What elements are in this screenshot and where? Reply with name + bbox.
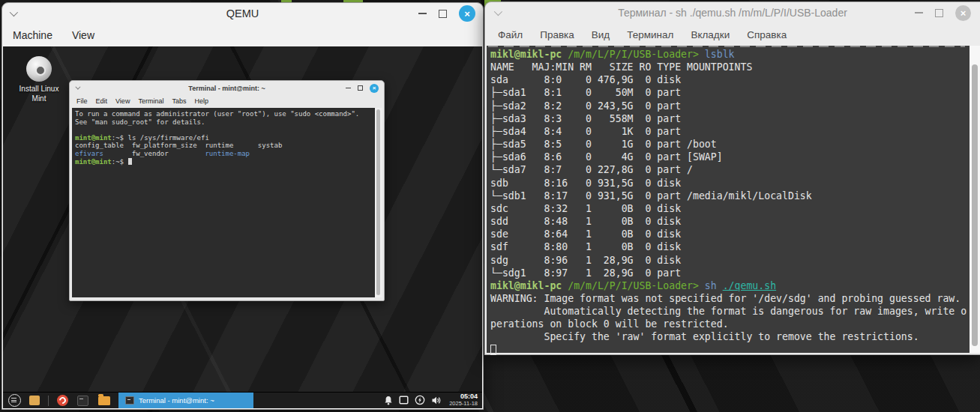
scrollbar[interactable] — [375, 108, 382, 297]
volume-icon[interactable] — [431, 396, 442, 405]
menu-view[interactable]: View — [72, 29, 94, 41]
host-desktop: QEMU × Machine View Install Linux Mint — [0, 0, 980, 412]
menu-file[interactable]: Файл — [498, 29, 523, 40]
scrollbar-thumb[interactable] — [972, 64, 978, 346]
menu-help[interactable]: Help — [194, 97, 208, 105]
minimize-button[interactable] — [915, 12, 923, 13]
terminal-blank-line — [75, 126, 373, 134]
guest-terminal-output[interactable]: To run a command as administrator (user … — [72, 108, 382, 297]
date: 2025-11-18 — [449, 401, 478, 407]
terminal-line: config_table fw_platform_size runtime sy… — [75, 142, 373, 150]
terminal-line: To run a command as administrator (user … — [75, 110, 373, 126]
lsblk-output: NAME MAJ:MIN RM SIZE RO TYPE MOUNTPOINTS… — [490, 61, 968, 279]
host-terminal-output[interactable]: mikl@mikl-pc /m/m/L/P/I/USB-Loader> lsbl… — [487, 46, 980, 353]
clipped-line-artifact — [488, 46, 965, 47]
window-title: Terminal - mint@mint: ~ — [70, 85, 384, 92]
menu-help[interactable]: Справка — [747, 29, 787, 40]
maximize-button[interactable] — [358, 85, 363, 91]
scrollbar-thumb[interactable] — [376, 109, 380, 295]
bell-icon[interactable] — [384, 396, 393, 405]
guest-terminal-menubar: File Edit View Terminal Tabs Help — [70, 95, 384, 107]
terminal-line: efivars fw_vendor runtime-map — [75, 150, 373, 158]
qemu-titlebar[interactable]: QEMU × — [2, 3, 483, 24]
qemu-menubar: Machine View — [2, 24, 483, 46]
launcher-icon[interactable] — [57, 395, 68, 406]
terminal-prompt-line: mikl@mikl-pc /m/m/L/P/I/USB-Loader> lsbl… — [490, 48, 968, 61]
guest-taskbar: Terminal - mint@mint: ~ — [3, 392, 482, 408]
qemu-window: QEMU × Machine View Install Linux Mint — [1, 2, 484, 410]
maximize-button[interactable] — [439, 10, 447, 18]
window-controls: × — [915, 5, 971, 21]
menu-view[interactable]: Вид — [592, 29, 610, 40]
menu-terminal[interactable]: Terminal — [138, 97, 163, 105]
window-controls: × — [346, 84, 379, 93]
clock[interactable]: 05:04 2025-11-18 — [449, 393, 478, 407]
window-controls: × — [418, 5, 475, 22]
terminal-cursor-line — [490, 344, 968, 357]
close-button[interactable]: × — [370, 84, 379, 93]
terminal-cursor — [128, 158, 132, 165]
maximize-button[interactable] — [935, 9, 943, 17]
show-desktop-icon[interactable] — [29, 396, 40, 405]
menu-tabs[interactable]: Tabs — [172, 97, 186, 105]
files-launcher-icon[interactable] — [98, 396, 110, 405]
terminal-icon — [125, 396, 134, 405]
menu-view[interactable]: View — [115, 97, 130, 105]
panel-separator — [48, 396, 49, 406]
menu-file[interactable]: File — [76, 97, 88, 105]
taskbar-window-button[interactable]: Terminal - mint@mint: ~ — [118, 393, 253, 409]
close-button[interactable]: × — [955, 5, 971, 21]
desktop-icon-label: Install Linux — [13, 85, 64, 94]
menu-terminal[interactable]: Терминал — [627, 29, 673, 40]
host-terminal-menubar: Файл Правка Вид Терминал Вкладки Справка — [485, 23, 980, 46]
terminal-prompt-line: mint@mint:~$ — [75, 158, 373, 166]
menu-machine[interactable]: Machine — [13, 29, 52, 41]
terminal-prompt-line: mint@mint:~$ ls /sys/firmware/efi — [75, 134, 373, 142]
desktop-icon-install-mint[interactable]: Install Linux Mint — [13, 56, 64, 103]
power-icon[interactable] — [415, 395, 425, 405]
scrollbar[interactable] — [970, 46, 980, 353]
qemu-guest-screen[interactable]: Install Linux Mint Terminal - mint@mint:… — [3, 46, 482, 408]
minimize-button[interactable] — [418, 13, 427, 14]
desktop-icon-label: Mint — [13, 94, 64, 104]
cd-disc-icon — [26, 56, 52, 82]
mint-menu-icon[interactable] — [8, 394, 21, 407]
host-terminal-titlebar[interactable]: Терминал - sh ./qemu.sh /m/m/L/P/I/USB-L… — [485, 2, 980, 23]
menu-tabs[interactable]: Вкладки — [691, 29, 730, 40]
host-terminal-window: Терминал - sh ./qemu.sh /m/m/L/P/I/USB-L… — [484, 1, 980, 355]
close-button[interactable]: × — [459, 5, 475, 22]
menu-edit[interactable]: Правка — [540, 29, 574, 40]
warning-output: WARNING: Image format was not specified … — [490, 292, 968, 344]
guest-terminal-titlebar[interactable]: Terminal - mint@mint: ~ × — [70, 81, 384, 95]
window-title: Терминал - sh ./qemu.sh /m/m/L/P/I/USB-L… — [485, 7, 980, 19]
menu-edit[interactable]: Edit — [96, 97, 108, 105]
minimize-button[interactable] — [346, 88, 351, 89]
terminal-cursor — [490, 345, 496, 355]
terminal-prompt-line: mikl@mikl-pc /m/m/L/P/I/USB-Loader> sh .… — [490, 279, 968, 292]
guest-terminal-window: Terminal - mint@mint: ~ × File Edit View… — [69, 80, 385, 301]
workspace-icon[interactable] — [399, 396, 409, 405]
window-title: QEMU — [2, 7, 483, 19]
terminal-launcher-icon[interactable] — [77, 396, 88, 406]
